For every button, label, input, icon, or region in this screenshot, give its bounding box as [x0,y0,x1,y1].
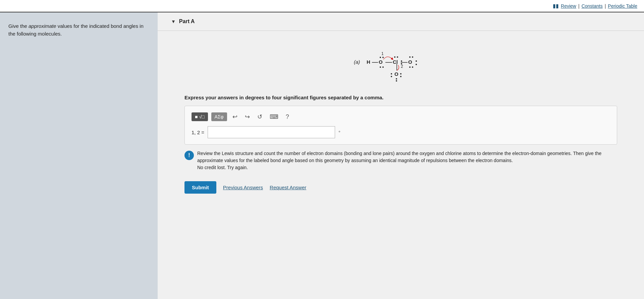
svg-point-20 [416,60,417,62]
matrix-label: √□ [199,114,204,119]
redo-icon: ↪ [245,113,250,120]
action-row: Submit Previous Answers Request Answer [184,178,617,197]
hint-text: Review the Lewis structure and count the… [197,150,617,171]
matrix-icon: ■ [195,114,198,119]
keyboard-icon: ⌨ [270,113,278,120]
svg-point-7 [382,66,384,68]
svg-point-18 [409,66,411,68]
matrix-button[interactable]: ■ √□ [192,112,208,121]
svg-text:1: 1 [381,51,384,56]
hint-icon: ! [184,151,194,160]
molecule-svg: (a) H O Cl [354,41,448,85]
svg-text:O: O [379,59,383,65]
svg-point-17 [412,56,413,58]
undo-icon: ↩ [232,113,237,120]
left-sidebar: Give the approximate values for the indi… [0,12,158,299]
svg-point-5 [382,57,384,58]
svg-point-29 [396,80,397,82]
undo-button[interactable]: ↩ [230,112,239,121]
refresh-button[interactable]: ↺ [255,112,264,121]
right-content: ▼ Part A (a) H O [158,12,644,299]
svg-point-24 [391,73,392,74]
svg-text:H: H [367,59,370,65]
toolbar-row: ■ √□ ΑΣφ ↩ ↪ ↺ ⌨ [192,112,610,121]
svg-text:2: 2 [401,64,403,69]
hint-section: ! Review the Lewis structure and count t… [184,150,617,171]
sidebar-instruction: Give the approximate values for the indi… [8,22,149,38]
part-title: Part A [179,18,195,24]
input-label: 1, 2 = [192,130,204,135]
svg-point-4 [380,57,381,58]
separator1: | [578,3,580,9]
svg-point-28 [396,78,397,80]
answer-input[interactable] [208,126,335,138]
submit-button[interactable]: Submit [184,181,216,194]
review-link[interactable]: Review [561,3,576,9]
svg-point-11 [397,56,398,58]
svg-point-19 [412,66,413,68]
keyboard-button[interactable]: ⌨ [268,112,280,121]
help-icon: ? [286,113,289,120]
svg-point-25 [391,76,392,77]
svg-point-26 [400,73,401,74]
instruction-text: Express your answers in degrees to four … [184,95,617,100]
constants-link[interactable]: Constants [582,3,603,9]
greek-button[interactable]: ΑΣφ [211,112,227,121]
svg-point-6 [380,66,381,68]
separator2: | [605,3,606,9]
svg-point-27 [400,76,401,77]
previous-answers-link[interactable]: Previous Answers [223,185,263,190]
molecule-diagram: (a) H O Cl [184,41,617,85]
degree-symbol: ° [338,130,340,135]
answer-box: ■ √□ ΑΣφ ↩ ↪ ↺ ⌨ [184,106,617,145]
request-answer-link[interactable]: Request Answer [270,185,306,190]
greek-label: ΑΣφ [215,114,224,119]
svg-text:O: O [394,71,398,77]
input-row: 1, 2 = ° [192,126,610,138]
book-icon: ▮▮ [553,3,559,9]
svg-point-16 [409,56,411,58]
refresh-icon: ↺ [257,113,262,120]
top-bar: ▮▮ Review | Constants | Periodic Table [0,0,644,12]
part-header: ▼ Part A [158,12,644,31]
svg-point-12 [401,60,402,62]
chevron-down-icon[interactable]: ▼ [171,19,176,24]
help-button[interactable]: ? [284,112,291,121]
main-layout: Give the approximate values for the indi… [0,12,644,299]
svg-text:(a): (a) [354,59,360,65]
svg-point-10 [394,56,395,58]
redo-button[interactable]: ↪ [243,112,252,121]
svg-point-21 [416,64,417,65]
content-area: (a) H O Cl [158,31,644,204]
periodic-table-link[interactable]: Periodic Table [608,3,637,9]
svg-text:O: O [408,59,412,65]
